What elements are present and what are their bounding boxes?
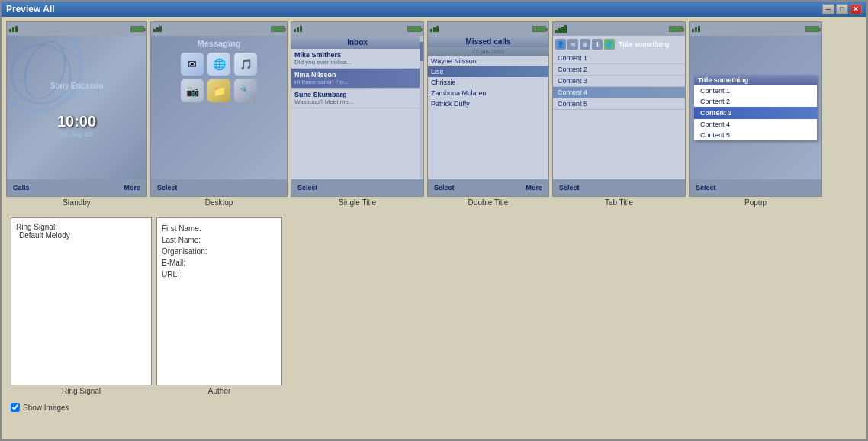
desktop-label: Desktop xyxy=(204,197,235,208)
author-lastname: Last Name: xyxy=(162,234,277,246)
missed-item-5[interactable]: Patrick Duffy xyxy=(428,98,548,109)
popup-box: Title something Content 1 Content 2 Cont… xyxy=(694,75,817,140)
popup-item-3-selected[interactable]: Content 3 xyxy=(694,107,817,119)
inbox-title: Inbox xyxy=(291,36,423,49)
org-label: Organisation: xyxy=(162,247,207,256)
globe-icon: 🌐 xyxy=(207,53,230,76)
double-right-softkey[interactable]: More xyxy=(526,184,542,192)
tab-item-3[interactable]: Content 3 xyxy=(553,76,685,87)
tab-item-1[interactable]: Content 1 xyxy=(553,53,685,64)
tab-label: Tab Title xyxy=(603,197,635,208)
double-left-softkey[interactable]: Select xyxy=(434,184,455,192)
folder-icon: 📁 xyxy=(207,79,230,102)
close-button[interactable]: ✕ xyxy=(850,4,862,14)
ring-signal-label: Ring Signal: xyxy=(16,223,57,231)
popup-bottom: Select xyxy=(690,179,821,196)
desktop-left-softkey[interactable]: Select xyxy=(157,184,178,192)
tab-icon-1[interactable]: 👤 xyxy=(555,39,566,50)
minimize-button[interactable]: ─ xyxy=(822,4,834,14)
double-label: Double Title xyxy=(467,197,510,208)
author-email: E-Mail: xyxy=(162,257,277,269)
desktop-screen: Messaging ✉ 🌐 🎵 xyxy=(151,36,287,179)
tab-bottom: Select xyxy=(553,179,685,196)
desktop-icon-folder[interactable]: 📁 xyxy=(207,79,230,102)
tab-left-softkey[interactable]: Select xyxy=(559,184,580,192)
author-panel: First Name: Last Name: Organisation: E-M… xyxy=(156,217,282,385)
camera-icon: 📷 xyxy=(181,79,204,102)
show-images-label[interactable]: Show Images xyxy=(23,404,69,412)
desktop-icon-globe[interactable]: 🌐 xyxy=(207,53,230,76)
ring-signal-text: Ring Signal: Default Melody xyxy=(16,223,146,240)
standby-right-softkey[interactable]: More xyxy=(124,184,140,192)
maximize-button[interactable]: □ xyxy=(836,4,848,14)
double-panel-wrapper: Missed calls 27-jun-2003 Wayne Nilsson L… xyxy=(427,21,549,208)
tab-battery xyxy=(669,26,683,32)
standby-panel-wrapper: Sony Ericsson Service Provider 10:00 01-… xyxy=(6,21,147,208)
inbox-name-2: Nina Nilsson xyxy=(294,71,420,79)
main-content: Sony Ericsson Service Provider 10:00 01-… xyxy=(2,17,866,420)
inbox-preview-1: Did you ever notice... xyxy=(294,59,420,66)
popup-panel-wrapper: Title something Content 1 Content 2 Cont… xyxy=(689,21,822,208)
desktop-battery xyxy=(271,26,285,32)
popup-item-5[interactable]: Content 5 xyxy=(694,130,817,140)
popup-item-4[interactable]: Content 4 xyxy=(694,119,817,130)
tab-icon-3[interactable]: ⊞ xyxy=(580,39,590,50)
single-label: Single Title xyxy=(337,197,378,208)
settings-icon: 🔧 xyxy=(234,79,257,102)
bottom-row: Ring Signal: Default Melody Ring Signal … xyxy=(6,214,862,400)
standby-panel: Sony Ericsson Service Provider 10:00 01-… xyxy=(6,21,147,197)
popup-label: Popup xyxy=(743,197,768,208)
window-title: Preview All xyxy=(6,4,55,14)
double-bottom: Select More xyxy=(428,179,548,196)
tab-icon-5[interactable]: 🌐 xyxy=(604,39,615,50)
single-left-softkey[interactable]: Select xyxy=(297,184,318,192)
missed-item-1[interactable]: Wayne Nilsson xyxy=(428,56,548,66)
inbox-name-1: Mike Smithers xyxy=(294,51,420,59)
popup-left-softkey[interactable]: Select xyxy=(696,184,716,192)
messages-icon: ✉ xyxy=(181,53,204,76)
double-status-bar xyxy=(428,22,548,36)
tab-item-2[interactable]: Content 2 xyxy=(553,64,685,76)
ring-signal-value: Default Melody xyxy=(19,231,70,240)
double-panel: Missed calls 27-jun-2003 Wayne Nilsson L… xyxy=(427,21,549,197)
popup-item-2[interactable]: Content 2 xyxy=(694,96,817,107)
author-org: Organisation: xyxy=(162,246,277,257)
main-window: Preview All ─ □ ✕ xyxy=(0,0,868,441)
desktop-icon-music[interactable]: 🎵 xyxy=(234,53,257,76)
standby-bottom: Calls More xyxy=(7,179,146,196)
missed-item-2-selected[interactable]: Lise xyxy=(428,66,548,77)
desktop-icon-camera[interactable]: 📷 xyxy=(181,79,204,102)
desktop-bottom: Select xyxy=(151,179,287,196)
tab-title-text: Title something xyxy=(619,40,683,48)
inbox-scrollbar[interactable] xyxy=(420,36,423,179)
desktop-signal xyxy=(153,26,162,32)
popup-screen: Title something Content 1 Content 2 Cont… xyxy=(690,36,821,179)
standby-label: Standby xyxy=(61,197,92,208)
tab-icon-2[interactable]: ✉ xyxy=(567,39,578,50)
inbox-item-1[interactable]: Mike Smithers Did you ever notice... xyxy=(291,49,423,69)
standby-time-area: 10:00 01-Sep-03 xyxy=(57,113,96,138)
desktop-icon-settings[interactable]: 🔧 xyxy=(234,79,257,102)
tab-status-bar xyxy=(553,22,685,36)
popup-battery xyxy=(805,26,819,32)
url-label: URL: xyxy=(162,270,179,278)
standby-signal xyxy=(9,26,18,32)
desktop-icon-messages[interactable]: ✉ xyxy=(181,53,204,76)
popup-status-bar xyxy=(690,22,821,36)
missed-item-4[interactable]: Zambona Mclaren xyxy=(428,88,548,98)
missed-item-3[interactable]: Chrissie xyxy=(428,77,548,88)
double-battery xyxy=(532,26,546,32)
tab-icon-4[interactable]: ℹ xyxy=(592,39,603,50)
inbox-item-2-selected[interactable]: Nina Nilsson Hi there sailor! I'm... xyxy=(291,69,423,89)
tab-item-4-selected[interactable]: Content 4 xyxy=(553,87,685,98)
show-images-checkbox[interactable] xyxy=(11,403,20,412)
standby-left-softkey[interactable]: Calls xyxy=(13,184,30,192)
firstname-label: First Name: xyxy=(162,224,201,233)
author-panel-label: Author xyxy=(207,385,232,397)
tab-item-5[interactable]: Content 5 xyxy=(553,98,685,110)
tab-panel: 👤 ✉ ⊞ ℹ 🌐 Title something Content 1 Cont… xyxy=(552,21,686,197)
popup-item-1[interactable]: Content 1 xyxy=(694,85,817,96)
inbox-item-3[interactable]: Sune Skumbarg Wassuup? Meet me... xyxy=(291,89,423,108)
titlebar-buttons: ─ □ ✕ xyxy=(822,4,862,14)
double-signal xyxy=(430,26,439,32)
